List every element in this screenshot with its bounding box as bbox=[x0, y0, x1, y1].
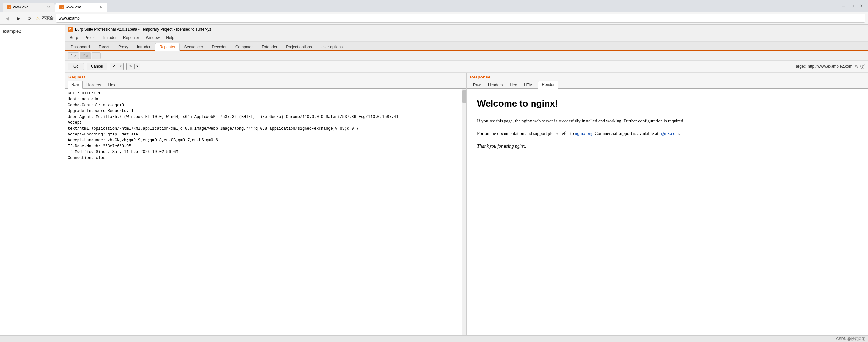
window-controls: ─ □ ✕ bbox=[839, 2, 865, 10]
address-bar[interactable] bbox=[56, 14, 865, 23]
burp-window: B Burp Suite Professional v2.0.11beta - … bbox=[65, 25, 868, 336]
back-button[interactable]: ◀ bbox=[3, 14, 12, 23]
browser-titlebar: B www.exa... ✕ B www.exa... ✕ ─ □ ✕ bbox=[0, 0, 868, 12]
security-warning-icon: ⚠ bbox=[36, 15, 40, 21]
nginx-paragraph-3: Thank you for using nginx. bbox=[477, 143, 858, 150]
response-header: Response bbox=[467, 73, 868, 81]
response-content: Welcome to nginx! If you see this page, … bbox=[467, 89, 868, 336]
browser-main: B Burp Suite Professional v2.0.11beta - … bbox=[65, 25, 868, 336]
tab-user-options[interactable]: User options bbox=[317, 43, 347, 51]
forward-nav-dropdown[interactable]: ▼ bbox=[134, 63, 140, 69]
panels-area: Request Raw Headers Hex GET / HTTP/1.1 H… bbox=[65, 73, 868, 336]
target-url: http://www.example2.com bbox=[808, 64, 852, 69]
browser-sidebar: example2 bbox=[0, 25, 65, 336]
burp-title: Burp Suite Professional v2.0.11beta - Te… bbox=[75, 27, 211, 32]
nginx-title: Welcome to nginx! bbox=[477, 96, 858, 111]
nginx-body3: Thank you for using nginx. bbox=[477, 144, 526, 149]
tab-repeater[interactable]: Repeater bbox=[155, 43, 180, 51]
repeater-tabs-row: 1 × 2 × ... bbox=[65, 51, 868, 61]
tab-extender[interactable]: Extender bbox=[257, 43, 281, 51]
target-info: Target: http://www.example2.com ✎ ? bbox=[794, 64, 865, 69]
repeater-tab-more[interactable]: ... bbox=[92, 53, 101, 59]
back-nav-btn[interactable]: < bbox=[110, 63, 118, 70]
tab-comparer[interactable]: Comparer bbox=[231, 43, 257, 51]
forward-nav: > ▼ bbox=[126, 63, 141, 70]
tab-title-1: www.exa... bbox=[13, 5, 44, 9]
nginx-link2[interactable]: nginx.com bbox=[659, 131, 679, 136]
tab-sequencer[interactable]: Sequencer bbox=[180, 43, 208, 51]
close-button[interactable]: ✕ bbox=[858, 2, 865, 10]
burp-titlebar: B Burp Suite Professional v2.0.11beta - … bbox=[65, 25, 868, 34]
menu-help[interactable]: Help bbox=[163, 35, 178, 41]
request-panel: Request Raw Headers Hex GET / HTTP/1.1 H… bbox=[65, 73, 467, 336]
request-tab-headers[interactable]: Headers bbox=[83, 81, 104, 89]
burp-favicon: B bbox=[68, 27, 73, 32]
tab-favicon-2: B bbox=[59, 5, 64, 9]
menu-intruder[interactable]: Intruder bbox=[100, 35, 120, 41]
response-tab-headers[interactable]: Headers bbox=[484, 81, 506, 89]
response-tab-hex[interactable]: Hex bbox=[506, 81, 520, 89]
nginx-body2-mid: . Commercial support is available at bbox=[592, 131, 659, 136]
forward-nav-btn[interactable]: > bbox=[127, 63, 134, 70]
request-tab-hex[interactable]: Hex bbox=[104, 81, 119, 89]
repeater-tab-1-close[interactable]: × bbox=[74, 54, 76, 58]
browser-tab-2[interactable]: B www.exa... ✕ bbox=[55, 3, 107, 12]
repeater-tab-2-close[interactable]: × bbox=[86, 54, 88, 58]
menu-repeater[interactable]: Repeater bbox=[120, 35, 142, 41]
go-button[interactable]: Go bbox=[68, 63, 84, 70]
browser-status: CSDN @沙瓦闹闹 bbox=[0, 336, 868, 342]
response-render-area: Welcome to nginx! If you see this page, … bbox=[467, 89, 868, 336]
tab-decoder[interactable]: Decoder bbox=[208, 43, 231, 51]
browser-tab-1[interactable]: B www.exa... ✕ bbox=[3, 3, 55, 12]
back-nav-dropdown[interactable]: ▼ bbox=[118, 63, 123, 69]
target-label: Target: bbox=[794, 64, 806, 69]
repeater-toolbar: Go Cancel < ▼ > ▼ Target: http://www.ex bbox=[65, 61, 868, 73]
cancel-button[interactable]: Cancel bbox=[87, 63, 107, 70]
nginx-body2-prefix: For online documentation and support ple… bbox=[477, 131, 575, 136]
tab-proxy[interactable]: Proxy bbox=[114, 43, 132, 51]
nginx-link1[interactable]: nginx.org bbox=[575, 131, 592, 136]
info-icon[interactable]: ? bbox=[860, 64, 865, 69]
tab-favicon-1: B bbox=[6, 5, 11, 9]
browser-window: B www.exa... ✕ B www.exa... ✕ ─ □ ✕ ◀ ▶ … bbox=[0, 0, 868, 342]
burp-main-tabs: Dashboard Target Proxy Intruder Repeater… bbox=[65, 42, 868, 51]
request-tab-raw[interactable]: Raw bbox=[68, 81, 83, 89]
edit-target-icon[interactable]: ✎ bbox=[854, 64, 858, 69]
nginx-paragraph-2: For online documentation and support ple… bbox=[477, 130, 858, 137]
nginx-paragraph-1: If you see this page, the nginx web serv… bbox=[477, 118, 858, 125]
tab-close-1[interactable]: ✕ bbox=[45, 5, 51, 10]
forward-button[interactable]: ▶ bbox=[14, 14, 23, 23]
request-content: GET / HTTP/1.1 Host: aaa'qda Cache-Contr… bbox=[65, 89, 466, 336]
menu-window[interactable]: Window bbox=[142, 35, 163, 41]
nginx-body2-suffix: . bbox=[679, 131, 680, 136]
menu-project[interactable]: Project bbox=[81, 35, 100, 41]
response-tab-html[interactable]: HTML bbox=[521, 81, 538, 89]
minimize-button[interactable]: ─ bbox=[839, 2, 847, 10]
repeater-area: 1 × 2 × ... Go Cancel bbox=[65, 51, 868, 336]
request-scrollbar-thumb[interactable] bbox=[463, 90, 466, 103]
status-text: CSDN @沙瓦闹闹 bbox=[836, 337, 865, 341]
repeater-tab-1-label: 1 bbox=[71, 54, 73, 58]
reload-button[interactable]: ↺ bbox=[25, 14, 34, 23]
burp-menubar: Burp Project Intruder Repeater Window He… bbox=[65, 34, 868, 42]
back-nav: < ▼ bbox=[110, 63, 124, 70]
tab-dashboard[interactable]: Dashboard bbox=[66, 43, 94, 51]
request-tabs: Raw Headers Hex bbox=[65, 81, 466, 89]
browser-content-area: example2 B Burp Suite Professional v2.0.… bbox=[0, 25, 868, 336]
repeater-tab-2-label: 2 bbox=[83, 54, 85, 58]
repeater-tab-1[interactable]: 1 × bbox=[68, 53, 79, 59]
tab-intruder[interactable]: Intruder bbox=[133, 43, 155, 51]
menu-burp[interactable]: Burp bbox=[66, 35, 81, 41]
request-text[interactable]: GET / HTTP/1.1 Host: aaa'qda Cache-Contr… bbox=[65, 89, 462, 336]
browser-toolbar: ◀ ▶ ↺ ⚠ 不安全 bbox=[0, 12, 868, 25]
request-scrollbar[interactable] bbox=[462, 89, 466, 336]
browser-tabs: B www.exa... ✕ B www.exa... ✕ bbox=[3, 0, 107, 12]
response-tab-render[interactable]: Render bbox=[538, 81, 558, 89]
tab-target[interactable]: Target bbox=[94, 43, 114, 51]
tab-project-options[interactable]: Project options bbox=[282, 43, 316, 51]
maximize-button[interactable]: □ bbox=[848, 2, 856, 10]
tab-close-2[interactable]: ✕ bbox=[98, 5, 103, 10]
repeater-tab-2[interactable]: 2 × bbox=[80, 53, 91, 59]
response-tab-raw[interactable]: Raw bbox=[469, 81, 484, 89]
repeater-tab-more-label: ... bbox=[94, 54, 98, 58]
